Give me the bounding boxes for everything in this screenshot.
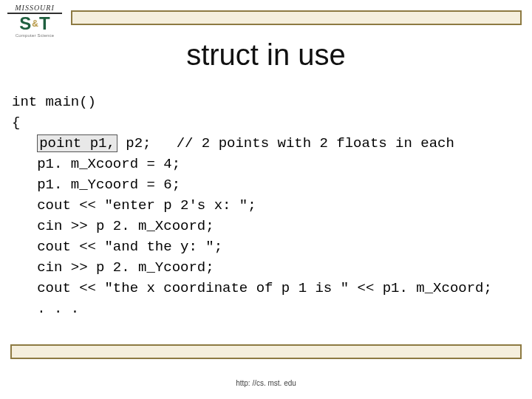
code-line: cin >> p 2. m_Xcoord; (12, 218, 214, 234)
bottom-divider-bar (10, 344, 522, 359)
slide-title: struct in use (0, 38, 532, 72)
code-line (12, 135, 37, 151)
code-line: p1. m_Xcoord = 4; (12, 156, 180, 172)
logo-mark: S&T (7, 15, 62, 33)
brand-logo: MISSOURI S&T Computer Science (7, 4, 62, 38)
top-divider-bar (71, 10, 522, 25)
code-line: p1. m_Ycoord = 6; (12, 177, 180, 193)
code-line: cin >> p 2. m_Ycoord; (12, 259, 214, 276)
code-line: cout << "the x coordinate of p 1 is " <<… (12, 280, 492, 296)
code-highlight: point p1, (37, 134, 117, 152)
code-line: int main() (12, 94, 96, 110)
code-line: . . . (12, 301, 79, 317)
logo-department: Computer Science (7, 33, 62, 38)
code-line: cout << "enter p 2's x: "; (12, 197, 256, 214)
logo-t: T (39, 13, 50, 33)
code-line: { (12, 115, 20, 131)
code-block: int main() { point p1, p2; // 2 points w… (12, 92, 525, 319)
code-line: p2; // 2 points with 2 floats in each (117, 135, 454, 151)
logo-s: S (19, 13, 31, 33)
footer-url: http: //cs. mst. edu (0, 379, 532, 387)
logo-ampersand: & (31, 18, 39, 29)
code-line: cout << "and the y: "; (12, 239, 222, 255)
logo-university: MISSOURI (7, 4, 62, 14)
